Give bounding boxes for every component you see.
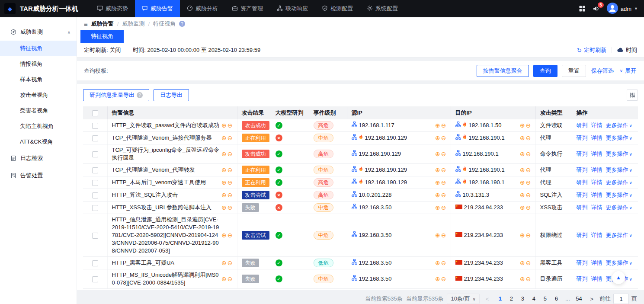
page-number[interactable]: 6 — [551, 294, 561, 304]
filter-exclude-icon[interactable]: ⊖ — [441, 276, 446, 282]
page-number[interactable]: 2 — [506, 294, 516, 304]
filter-include-icon[interactable]: ⊕ — [435, 179, 440, 186]
filter-include-icon[interactable]: ⊕ — [221, 179, 227, 186]
more-actions-link[interactable]: 更多操作 — [606, 134, 628, 141]
filter-exclude-icon[interactable]: ⊖ — [441, 205, 446, 211]
sidebar-item-attck-view[interactable]: ATT&CK视角 — [0, 134, 77, 150]
filter-exclude-icon[interactable]: ⊖ — [227, 167, 233, 173]
select-all-checkbox[interactable] — [92, 110, 98, 116]
filter-exclude-icon[interactable]: ⊖ — [441, 167, 446, 173]
row-checkbox[interactable] — [92, 276, 98, 282]
filter-include-icon[interactable]: ⊕ — [520, 192, 525, 198]
goto-page-input[interactable] — [613, 294, 629, 304]
nav-system-config[interactable]: 系统配置 — [360, 0, 405, 17]
filter-exclude-icon[interactable]: ⊖ — [441, 260, 446, 266]
breadcrumb-level2[interactable]: 威胁监测 — [122, 20, 144, 28]
filter-exclude-icon[interactable]: ⊖ — [227, 122, 233, 128]
filter-exclude-icon[interactable]: ⊖ — [441, 135, 446, 141]
filter-exclude-icon[interactable]: ⊖ — [227, 276, 233, 282]
next-page-button[interactable]: > — [587, 296, 596, 302]
judge-link[interactable]: 研判 — [577, 192, 588, 198]
filter-include-icon[interactable]: ⊕ — [520, 151, 525, 157]
filter-exclude-icon[interactable]: ⊖ — [227, 260, 233, 266]
sidebar-item-log-search[interactable]: 日志检索 — [0, 150, 77, 167]
filter-exclude-icon[interactable]: ⊖ — [227, 179, 233, 186]
tab-feature-view[interactable]: 特征视角 — [80, 30, 124, 43]
filter-include-icon[interactable]: ⊕ — [435, 276, 440, 282]
filter-include-icon[interactable]: ⊕ — [221, 151, 227, 157]
judge-link[interactable]: 研判 — [577, 166, 588, 173]
page-number[interactable]: 3 — [517, 294, 528, 304]
page-number[interactable]: 5 — [540, 294, 550, 304]
filter-include-icon[interactable]: ⊕ — [221, 135, 227, 141]
row-checkbox[interactable] — [92, 233, 98, 239]
filter-exclude-icon[interactable]: ⊖ — [227, 151, 233, 157]
sidebar-item-compromised-host-view[interactable]: 失陷主机视角 — [0, 118, 77, 134]
judge-link[interactable]: 研判 — [577, 232, 588, 238]
filter-include-icon[interactable]: ⊕ — [520, 260, 525, 266]
judge-link[interactable]: 研判 — [577, 259, 588, 266]
filter-exclude-icon[interactable]: ⊖ — [526, 205, 531, 211]
filter-include-icon[interactable]: ⊕ — [435, 167, 440, 173]
save-filter-button[interactable]: 保存筛选 — [590, 65, 615, 77]
filter-include-icon[interactable]: ⊕ — [435, 151, 440, 157]
filter-include-icon[interactable]: ⊕ — [520, 276, 525, 282]
filter-include-icon[interactable]: ⊕ — [435, 135, 440, 141]
filter-include-icon[interactable]: ⊕ — [520, 205, 525, 211]
row-checkbox[interactable] — [92, 167, 98, 173]
sidebar-group-threat-monitor[interactable]: 威胁监测 ∧ — [0, 23, 77, 41]
user-menu[interactable]: adm ▼ — [607, 3, 638, 15]
prev-page-button[interactable]: < — [483, 296, 492, 302]
filter-include-icon[interactable]: ⊕ — [221, 232, 227, 238]
row-checkbox[interactable] — [92, 123, 98, 129]
filter-include-icon[interactable]: ⊕ — [520, 167, 525, 173]
detail-link[interactable]: 详情 — [591, 232, 602, 238]
nav-threat-alert[interactable]: 威胁告警 — [135, 0, 180, 17]
sidebar-item-intel-view[interactable]: 情报视角 — [0, 56, 77, 72]
timed-refresh-button[interactable]: ↻ 定时刷新 — [577, 46, 606, 54]
filter-exclude-icon[interactable]: ⊖ — [441, 179, 446, 186]
nav-linked-response[interactable]: 联动响应 — [270, 0, 315, 17]
time-button[interactable]: 时间 — [617, 46, 637, 54]
filter-exclude-icon[interactable]: ⊖ — [441, 122, 446, 128]
filter-exclude-icon[interactable]: ⊖ — [526, 192, 531, 198]
filter-include-icon[interactable]: ⊕ — [435, 192, 440, 198]
filter-include-icon[interactable]: ⊕ — [221, 167, 227, 173]
filter-exclude-icon[interactable]: ⊖ — [526, 260, 531, 266]
breadcrumb-level1[interactable]: 威胁告警 — [91, 20, 114, 28]
judge-link[interactable]: 研判 — [577, 204, 588, 211]
more-actions-link[interactable]: 更多操作 — [606, 122, 628, 128]
detail-link[interactable]: 详情 — [591, 122, 602, 128]
page-number[interactable]: 1 — [495, 294, 505, 304]
search-button[interactable]: 查询 — [533, 65, 557, 77]
filter-include-icon[interactable]: ⊕ — [435, 122, 440, 128]
filter-include-icon[interactable]: ⊕ — [520, 179, 525, 186]
row-checkbox[interactable] — [92, 180, 98, 186]
row-checkbox[interactable] — [92, 205, 98, 211]
detail-link[interactable]: 详情 — [591, 275, 602, 282]
nav-asset-management[interactable]: 资产管理 — [225, 0, 270, 17]
row-checkbox[interactable] — [92, 260, 98, 266]
filter-exclude-icon[interactable]: ⊖ — [526, 232, 531, 238]
filter-exclude-icon[interactable]: ⊖ — [441, 151, 446, 157]
filter-exclude-icon[interactable]: ⊖ — [441, 192, 446, 198]
sidebar-item-feature-view[interactable]: 特征视角 — [0, 41, 77, 56]
judge-link[interactable]: 研判 — [577, 122, 588, 128]
filter-exclude-icon[interactable]: ⊖ — [526, 135, 531, 141]
apps-grid-icon[interactable] — [579, 5, 586, 12]
collapse-caret-icon[interactable]: ∧ — [67, 30, 70, 35]
row-checkbox[interactable] — [92, 135, 98, 141]
filter-include-icon[interactable]: ⊕ — [221, 205, 227, 211]
sidebar-item-sample-view[interactable]: 样本视角 — [0, 72, 77, 87]
help-icon[interactable]: ? — [137, 92, 143, 98]
filter-exclude-icon[interactable]: ⊖ — [227, 232, 233, 238]
filter-exclude-icon[interactable]: ⊖ — [526, 122, 531, 128]
more-actions-link[interactable]: 更多操作 — [606, 192, 628, 198]
nav-threat-analysis[interactable]: 威胁分析 — [180, 0, 225, 17]
detail-link[interactable]: 详情 — [591, 204, 602, 211]
filter-exclude-icon[interactable]: ⊖ — [526, 276, 531, 282]
more-actions-link[interactable]: 更多操作 — [606, 204, 628, 211]
sidebar-item-attacker-view[interactable]: 攻击者视角 — [0, 87, 77, 103]
sidebar-item-victim-view[interactable]: 受害者视角 — [0, 103, 77, 118]
detail-link[interactable]: 详情 — [591, 134, 602, 141]
